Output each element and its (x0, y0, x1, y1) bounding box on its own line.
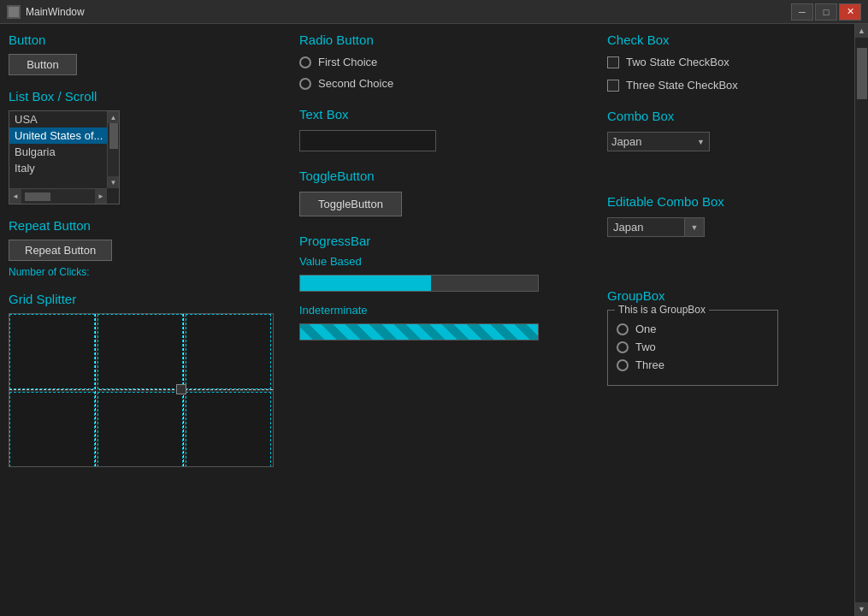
radio-label-2: Second Choice (318, 77, 393, 90)
main-content: Button Button List Box / Scroll USA Unit… (0, 24, 868, 616)
grid-splitter-title: Grid Splitter (9, 292, 291, 306)
group-radio-circle-2 (617, 341, 629, 353)
scroll-down-arrow[interactable]: ▼ (108, 176, 120, 188)
scrollbar-up-arrow[interactable]: ▲ (855, 24, 869, 38)
content-grid: Button Button List Box / Scroll USA Unit… (0, 24, 854, 616)
checkbox-item-2[interactable]: Three State CheckBox (607, 79, 854, 92)
group-box-title: This is a GroupBox (615, 304, 709, 316)
checkbox-box-1 (607, 56, 619, 68)
list-hscrollbar: ◄ ► (9, 188, 107, 204)
progress-bar-value (299, 275, 539, 292)
column-1: Button Button List Box / Scroll USA Unit… (9, 33, 299, 607)
scroll-area: Button Button List Box / Scroll USA Unit… (0, 24, 854, 616)
checkbox-label-1: Two State CheckBox (626, 56, 729, 68)
group-box: This is a GroupBox One Two Three (607, 310, 778, 386)
radio-label-1: First Choice (318, 56, 377, 68)
hscroll-thumb[interactable] (25, 192, 50, 201)
progress-bar-indeterminate (299, 323, 539, 341)
checkbox-item-1[interactable]: Two State CheckBox (607, 56, 854, 68)
checkbox-label-2: Three State CheckBox (626, 79, 738, 92)
combo-box-select[interactable]: Japan USA United States Bulgaria (607, 132, 710, 151)
vertical-splitter-1[interactable] (95, 314, 97, 466)
listbox-section-title: List Box / Scroll (9, 89, 291, 104)
scroll-up-arrow[interactable]: ▲ (108, 111, 120, 123)
radio-item-2[interactable]: Second Choice (299, 77, 607, 90)
editable-combo-arrow[interactable]: ▼ (684, 217, 705, 237)
group-radio-label-3: Three (635, 358, 664, 371)
grid-splitter-area (9, 313, 274, 467)
group-radio-circle-3 (617, 359, 629, 371)
scrollbar-down-arrow[interactable]: ▼ (855, 602, 869, 616)
editable-combobox-section: Editable Combo Box ▼ (607, 194, 854, 237)
radio-circle-2 (299, 78, 311, 90)
group-radio-item-2[interactable]: Two (617, 341, 769, 353)
scrollbar-thumb[interactable] (857, 48, 867, 99)
editable-combo-box: ▼ (607, 217, 710, 237)
splitter-center-marker (176, 384, 186, 394)
listbox-section: List Box / Scroll USA United States of..… (9, 89, 291, 204)
radio-item-1[interactable]: First Choice (299, 56, 607, 68)
scrollbar-track (855, 38, 868, 602)
radio-button-section: Radio Button First Choice Second Choice (299, 33, 607, 90)
group-radio-label-1: One (635, 323, 657, 335)
gs-cell-3 (186, 314, 271, 389)
gs-cell-6 (186, 392, 271, 467)
checkbox-section-title: Check Box (607, 33, 854, 47)
gs-cell-1 (9, 314, 95, 389)
editable-combo-input[interactable] (607, 217, 684, 237)
list-box: USA United States of... Bulgaria Italy (9, 111, 119, 176)
hscroll-track (21, 192, 95, 201)
textbox-section-title: Text Box (299, 107, 607, 121)
toggle-button[interactable]: ToggleButton (299, 192, 402, 216)
list-item[interactable]: Bulgaria (9, 144, 119, 160)
list-box-container: USA United States of... Bulgaria Italy ▲… (9, 110, 120, 204)
list-item[interactable]: USA (9, 111, 119, 127)
repeat-button-section-title: Repeat Button (9, 218, 291, 233)
editable-combobox-title: Editable Combo Box (607, 194, 854, 209)
click-count-label: Number of Clicks: (9, 266, 291, 278)
maximize-button[interactable]: □ (815, 3, 837, 21)
textbox-section: Text Box (299, 107, 607, 151)
repeat-button[interactable]: Repeat Button (9, 240, 112, 261)
radio-section-title: Radio Button (299, 33, 607, 47)
hscroll-right-arrow[interactable]: ► (95, 189, 107, 204)
group-radio-circle-1 (617, 323, 629, 335)
toggle-section-title: ToggleButton (299, 169, 607, 183)
horizontal-splitter[interactable] (9, 389, 273, 392)
radio-group: First Choice Second Choice (299, 56, 607, 90)
scroll-track (108, 123, 119, 176)
gs-cell-2 (97, 314, 183, 389)
grid-splitter-section: Grid Splitter (9, 292, 291, 467)
radio-circle-1 (299, 56, 311, 68)
progressbar-section-title: ProgressBar (299, 234, 607, 248)
repeat-button-section: Repeat Button Repeat Button Number of Cl… (9, 218, 291, 278)
groupbox-section: GroupBox This is a GroupBox One Two (607, 288, 854, 386)
combobox-section-title: Combo Box (607, 109, 854, 123)
checkbox-group: Two State CheckBox Three State CheckBox (607, 56, 854, 92)
gs-cell-5 (97, 392, 183, 467)
column-3: Check Box Two State CheckBox Three State… (607, 33, 854, 607)
value-based-label: Value Based (299, 255, 607, 268)
list-item[interactable]: Italy (9, 160, 119, 176)
toggle-button-section: ToggleButton ToggleButton (299, 169, 607, 216)
window-title: MainWindow (26, 6, 791, 18)
column-2: Radio Button First Choice Second Choice (299, 33, 607, 607)
app-icon (7, 5, 21, 19)
combobox-section: Combo Box Japan USA United States Bulgar… (607, 109, 854, 151)
list-vscrollbar: ▲ ▼ (107, 111, 119, 188)
checkbox-section: Check Box Two State CheckBox Three State… (607, 33, 854, 92)
list-item[interactable]: United States of... (9, 127, 119, 144)
window-controls: ─ □ ✕ (791, 3, 861, 21)
group-radio-item-1[interactable]: One (617, 323, 769, 335)
group-radio-item-3[interactable]: Three (617, 358, 769, 371)
main-button[interactable]: Button (9, 54, 77, 75)
hscroll-left-arrow[interactable]: ◄ (9, 189, 21, 204)
combo-box-wrapper: Japan USA United States Bulgaria (607, 132, 710, 151)
scroll-thumb[interactable] (109, 123, 118, 149)
close-button[interactable]: ✕ (839, 3, 861, 21)
group-radio-label-2: Two (635, 341, 656, 353)
checkbox-box-2 (607, 80, 619, 92)
text-input[interactable] (299, 130, 436, 151)
title-bar: MainWindow ─ □ ✕ (0, 0, 868, 24)
minimize-button[interactable]: ─ (791, 3, 813, 21)
